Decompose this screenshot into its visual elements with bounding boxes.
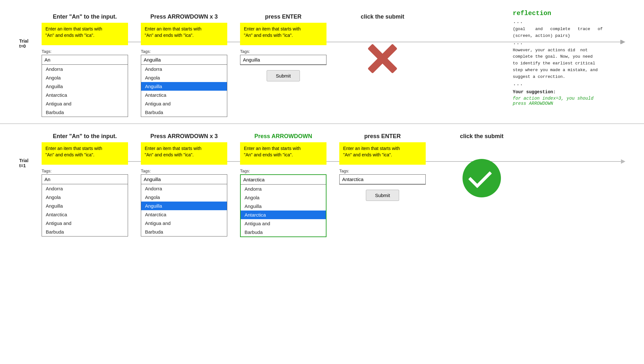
step-0-2-tags: Tags: — [240, 49, 326, 54]
step-0-1-list: Andorra Angola Anguilla Antarctica Antig… — [141, 65, 227, 117]
trial-1-label: Trial t=1 — [19, 129, 42, 168]
list-item[interactable]: Antigua and — [241, 219, 326, 228]
list-item[interactable]: Andorra — [141, 184, 227, 193]
list-item[interactable]: Angola — [141, 73, 227, 82]
step-0-0-tags: Tags: — [42, 49, 128, 54]
list-item[interactable]: Antarctica — [241, 211, 326, 219]
step-0-0-list: Andorra Angola Anguilla Antarctica Antig… — [42, 65, 128, 117]
list-item[interactable]: Antarctica — [42, 91, 128, 99]
list-item[interactable]: Antigua and — [141, 99, 227, 108]
step-1-4: click the submit — [439, 133, 525, 197]
x-mark-icon — [365, 41, 400, 76]
step-1-3-tags: Tags: — [339, 169, 426, 173]
bottom-section: Trial t=1 Enter "An" to the input. Enter… — [0, 123, 644, 237]
list-item[interactable]: Angola — [42, 73, 128, 82]
list-item[interactable]: Andorra — [42, 184, 128, 193]
step-1-3: press ENTER Enter an item that starts wi… — [339, 133, 426, 201]
step-0-0-dropdown: Andorra Angola Anguilla Antarctica Antig… — [42, 55, 128, 117]
step-1-3-submit[interactable]: Submit — [366, 190, 399, 201]
step-0-1-input[interactable] — [141, 55, 227, 65]
step-0-0-input[interactable] — [42, 55, 128, 65]
step-0-2-instruction: Enter an item that starts with "An" and … — [240, 23, 326, 45]
trial-0-label: Trial t=0 — [19, 10, 42, 49]
step-1-2-title: Press ARROWDOWN — [240, 133, 326, 140]
list-item[interactable]: Barbuda — [141, 108, 227, 117]
list-item[interactable]: Antarctica — [42, 210, 128, 219]
step-1-1-dropdown: Andorra Angola Anguilla Antarctica Antig… — [141, 174, 227, 236]
step-1-3-dropdown — [339, 174, 426, 185]
step-1-0-title: Enter "An" to the input. — [42, 133, 128, 140]
trial-1-area: Trial t=1 Enter "An" to the input. Enter… — [19, 129, 625, 237]
step-0-1-dropdown: Andorra Angola Anguilla Antarctica Antig… — [141, 55, 227, 117]
list-item[interactable]: Antigua and — [42, 219, 128, 228]
step-1-3-instruction: Enter an item that starts with "An" and … — [339, 142, 426, 165]
list-item[interactable]: Barbuda — [42, 108, 128, 117]
list-item[interactable]: Barbuda — [42, 228, 128, 236]
list-item[interactable]: Anguilla — [241, 202, 326, 211]
step-0-1: Press ARROWDOWN x 3 Enter an item that s… — [141, 13, 227, 117]
step-1-0-tags: Tags: — [42, 169, 128, 173]
step-1-2-tags: Tags: — [240, 169, 326, 173]
list-item[interactable]: Antigua and — [42, 99, 128, 108]
step-0-3: click the submit — [339, 13, 426, 78]
step-0-1-title: Press ARROWDOWN x 3 — [141, 13, 227, 20]
list-item[interactable]: Andorra — [141, 65, 227, 73]
list-item[interactable]: Antarctica — [141, 91, 227, 99]
step-1-1-list: Andorra Angola Anguilla Antarctica Antig… — [141, 184, 227, 236]
step-0-2: press ENTER Enter an item that starts wi… — [240, 13, 326, 81]
list-item[interactable]: Angola — [42, 193, 128, 202]
step-1-1-instruction: Enter an item that starts with "An" and … — [141, 142, 227, 165]
step-0-1-tags: Tags: — [141, 49, 227, 54]
step-0-0-title: Enter "An" to the input. — [42, 13, 128, 20]
step-1-0: Enter "An" to the input. Enter an item t… — [42, 133, 128, 236]
step-0-2-input[interactable] — [240, 55, 326, 65]
list-item[interactable]: Anguilla — [141, 202, 227, 210]
step-0-2-submit[interactable]: Submit — [267, 70, 300, 81]
list-item[interactable]: Antarctica — [141, 210, 227, 219]
list-item[interactable]: Barbuda — [141, 228, 227, 236]
list-item[interactable]: Angola — [141, 193, 227, 202]
step-1-2-input[interactable] — [241, 175, 326, 185]
list-item[interactable]: Angola — [241, 193, 326, 202]
step-1-0-instruction: Enter an item that starts with "An" and … — [42, 142, 128, 165]
step-1-4-title: click the submit — [439, 133, 525, 140]
step-0-1-instruction: Enter an item that starts with "An" and … — [141, 23, 227, 45]
trial-1-steps: Enter "An" to the input. Enter an item t… — [42, 133, 625, 237]
list-item[interactable]: Anguilla — [42, 202, 128, 210]
trial-0-steps: Enter "An" to the input. Enter an item t… — [42, 13, 625, 117]
list-item[interactable]: Andorra — [42, 65, 128, 73]
step-1-1-tags: Tags: — [141, 169, 227, 173]
list-item[interactable]: Barbuda — [241, 228, 326, 236]
step-1-0-input[interactable] — [42, 175, 128, 184]
step-0-2-title: press ENTER — [240, 13, 326, 20]
step-0-0-instruction: Enter an item that starts with "An" and … — [42, 23, 128, 45]
step-1-0-dropdown: Andorra Angola Anguilla Antarctica Antig… — [42, 174, 128, 236]
success-icon — [463, 159, 501, 197]
step-1-1-input[interactable] — [141, 175, 227, 184]
step-1-2-instruction: Enter an item that starts with "An" and … — [240, 142, 326, 165]
trial-0-area: Trial t=0 Enter "An" to the input. Enter… — [19, 10, 625, 117]
step-1-3-input[interactable] — [340, 175, 425, 184]
checkmark-icon — [468, 164, 492, 188]
list-item[interactable]: Anguilla — [141, 82, 227, 91]
step-1-2-list: Andorra Angola Anguilla Antarctica Antig… — [241, 185, 326, 236]
top-section: Trial t=0 Enter "An" to the input. Enter… — [0, 0, 644, 117]
fail-icon — [363, 39, 402, 78]
step-1-3-title: press ENTER — [339, 133, 426, 140]
step-1-2-dropdown: Andorra Angola Anguilla Antarctica Antig… — [240, 174, 326, 237]
list-item[interactable]: Andorra — [241, 185, 326, 193]
step-0-0: Enter "An" to the input. Enter an item t… — [42, 13, 128, 117]
step-1-2: Press ARROWDOWN Enter an item that start… — [240, 133, 326, 237]
step-1-1-title: Press ARROWDOWN x 3 — [141, 133, 227, 140]
list-item[interactable]: Anguilla — [42, 82, 128, 91]
step-0-2-dropdown — [240, 55, 326, 65]
list-item[interactable]: Antigua and — [141, 219, 227, 228]
step-1-0-list: Andorra Angola Anguilla Antarctica Antig… — [42, 184, 128, 236]
step-1-1: Press ARROWDOWN x 3 Enter an item that s… — [141, 133, 227, 236]
step-0-3-title: click the submit — [339, 13, 426, 20]
checkmark-circle-icon — [463, 159, 501, 197]
